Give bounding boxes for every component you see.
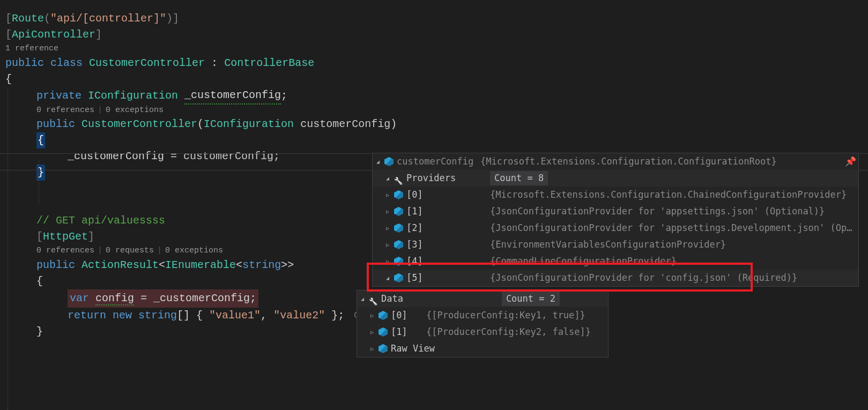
comment: // GET api/valuessss bbox=[36, 213, 165, 229]
object-icon bbox=[379, 327, 388, 337]
collapse-icon[interactable]: ◢ bbox=[375, 159, 381, 165]
object-icon bbox=[379, 311, 388, 320]
code-line[interactable]: private IConfiguration _customerConfig; bbox=[5, 87, 868, 105]
identifier: customerConfig bbox=[183, 148, 273, 165]
datatip-value: {Microsoft.Extensions.Configuration.Chai… bbox=[490, 188, 856, 202]
type-name: IConfiguration bbox=[88, 88, 178, 104]
keyword: public bbox=[36, 116, 75, 132]
keyword: public bbox=[5, 55, 44, 71]
expand-icon[interactable]: ▷ bbox=[369, 329, 375, 336]
codelens[interactable]: 1 reference bbox=[5, 43, 868, 55]
datatip-row[interactable]: ▷[2]{JsonConfigurationProvider for 'apps… bbox=[373, 220, 858, 236]
datatip-index: [4] bbox=[406, 255, 487, 269]
bracket: ] bbox=[88, 229, 94, 245]
op: = bbox=[134, 292, 153, 304]
codelens-text: 0 requests bbox=[106, 245, 154, 257]
expand-icon[interactable]: ▷ bbox=[369, 312, 375, 319]
separator: | bbox=[157, 245, 162, 257]
debug-datatip[interactable]: ◢ customerConfig {Microsoft.Extensions.C… bbox=[372, 153, 859, 287]
param-name: customerConfig bbox=[300, 116, 390, 132]
keyword: new bbox=[113, 308, 132, 324]
datatip-row-providers[interactable]: ◢ Providers Count = 8 bbox=[373, 170, 858, 187]
expand-icon[interactable]: ▷ bbox=[384, 258, 391, 265]
param-type: IConfiguration bbox=[204, 116, 294, 132]
datatip-value: {JsonConfigurationProvider for 'config.j… bbox=[490, 271, 856, 285]
datatip-row-raw[interactable]: ▷Raw View bbox=[357, 340, 608, 357]
datatip-row[interactable]: ▷[0]{[ProducerConfig:Key1, true]} bbox=[357, 307, 608, 324]
bracket: [ bbox=[5, 11, 12, 27]
datatip-row-highlighted[interactable]: ◢[5]{JsonConfigurationProvider for 'conf… bbox=[373, 270, 858, 286]
expand-icon[interactable]: ▷ bbox=[384, 242, 391, 248]
datatip-value: {JsonConfigurationProvider for 'appsetti… bbox=[490, 205, 856, 219]
bracket: ] bbox=[173, 11, 179, 27]
bracket: [ bbox=[5, 27, 12, 43]
angle: >> bbox=[281, 257, 294, 273]
semicolon: ; bbox=[281, 88, 287, 104]
code-line[interactable]: { bbox=[5, 132, 868, 148]
ctor-name: CustomerController bbox=[81, 116, 197, 132]
nested-datatip[interactable]: ◢ Data Count = 2 ▷[0]{[ProducerConfig:Ke… bbox=[357, 290, 609, 357]
datatip-value: {Microsoft.Extensions.Configuration.Conf… bbox=[480, 155, 842, 169]
expand-icon[interactable]: ▷ bbox=[384, 225, 391, 232]
datatip-row[interactable]: ▷[4]{CommandLineConfigurationProvider} bbox=[373, 253, 858, 270]
attr-name: HttpGet bbox=[43, 229, 88, 245]
array: [] { bbox=[177, 308, 209, 324]
brace-close: } bbox=[36, 165, 45, 181]
paren: ( bbox=[197, 116, 204, 132]
indent-guide-1 bbox=[8, 88, 8, 410]
collapse-icon[interactable]: ◢ bbox=[384, 275, 391, 281]
code-line[interactable]: { bbox=[5, 71, 868, 87]
object-icon bbox=[384, 157, 394, 166]
comma: , bbox=[261, 308, 273, 324]
collapse-icon[interactable]: ◢ bbox=[384, 175, 391, 182]
datatip-row-root[interactable]: ◢ customerConfig {Microsoft.Extensions.C… bbox=[373, 153, 858, 170]
angle: < bbox=[236, 257, 242, 273]
code-line[interactable]: [ApiController] bbox=[5, 27, 868, 43]
brace-open: { bbox=[36, 132, 45, 148]
code-line[interactable]: public class CustomerController : Contro… bbox=[5, 55, 868, 71]
code-line[interactable]: [Route(("api/[controller]")"api/[control… bbox=[5, 11, 868, 27]
datatip-name: customerConfig bbox=[397, 155, 477, 169]
string-literal: "api/[controller]" bbox=[50, 11, 166, 27]
datatip-index: [0] bbox=[391, 309, 423, 323]
object-icon bbox=[379, 344, 388, 353]
attr-name: ApiController bbox=[12, 27, 95, 43]
collapse-icon[interactable]: ◢ bbox=[359, 296, 366, 302]
codelens-text: 0 references bbox=[36, 105, 94, 117]
code-line[interactable]: public CustomerController(IConfiguration… bbox=[5, 116, 868, 132]
wrench-icon bbox=[369, 294, 378, 303]
object-icon bbox=[394, 190, 403, 199]
datatip-row[interactable]: ▷[1]{[ProducerConfig:Key2, false]} bbox=[357, 324, 608, 340]
pin-icon[interactable]: 📌 bbox=[845, 155, 856, 169]
keyword: return bbox=[68, 308, 106, 324]
indent-guide-2 bbox=[39, 161, 39, 204]
datatip-row[interactable]: ▷[1]{JsonConfigurationProvider for 'apps… bbox=[373, 203, 858, 220]
datatip-value: {JsonConfigurationProvider for 'appsetti… bbox=[490, 221, 856, 235]
semicolon: ; bbox=[273, 148, 280, 165]
expand-icon[interactable]: ▷ bbox=[384, 192, 391, 198]
type-name: CustomerController bbox=[89, 55, 205, 71]
datatip-index: [1] bbox=[406, 205, 487, 219]
count-badge: Count = 8 bbox=[490, 171, 548, 186]
attr-args-open: ( bbox=[44, 11, 50, 27]
expand-icon[interactable]: ▷ bbox=[369, 346, 375, 352]
colon: : bbox=[205, 55, 224, 71]
datatip-row[interactable]: ▷[3]{EnvironmentVariablesConfigurationPr… bbox=[373, 236, 858, 253]
datatip-value: {EnvironmentVariablesConfigurationProvid… bbox=[490, 238, 856, 252]
datatip-name: Providers bbox=[406, 172, 487, 185]
codelens-text: 0 references bbox=[36, 245, 94, 257]
datatip-row-data[interactable]: ◢ Data Count = 2 bbox=[357, 290, 608, 307]
keyword: string bbox=[138, 308, 177, 324]
codelens[interactable]: 0 references|0 exceptions bbox=[5, 105, 868, 117]
type-name: ActionResult bbox=[81, 257, 159, 273]
bracket: [ bbox=[36, 229, 43, 245]
datatip-index: [5] bbox=[406, 271, 487, 285]
datatip-value: {CommandLineConfigurationProvider} bbox=[490, 255, 856, 269]
datatip-row[interactable]: ▷[0]{Microsoft.Extensions.Configuration.… bbox=[373, 187, 858, 203]
type-name: ControllerBase bbox=[224, 55, 314, 71]
keyword: public bbox=[36, 257, 75, 273]
expand-icon[interactable]: ▷ bbox=[384, 208, 391, 215]
keyword: var bbox=[70, 292, 89, 304]
datatip-name: Data bbox=[381, 292, 403, 306]
angle: < bbox=[159, 257, 165, 273]
